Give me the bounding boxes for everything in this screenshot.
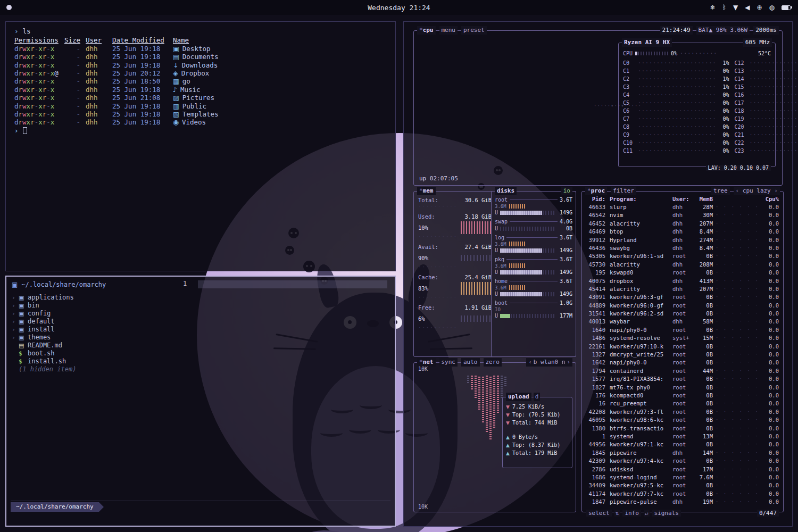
file-tree-item[interactable]: ›▣install — [12, 326, 389, 334]
update-interval[interactable]: 2000ms — [753, 26, 779, 35]
interface-selector[interactable]: b wlan0 n — [526, 358, 572, 367]
core-row: C20·····················0% — [734, 123, 798, 131]
cpu-total-percent: 0% — [671, 51, 677, 56]
tree-toggle[interactable]: tree — [711, 187, 730, 195]
filter-button[interactable]: filter — [611, 187, 636, 195]
net-upload-stats: ▲0 Byte/s▲Top: (8.37 Kib)▲Total: 179 MiB — [506, 433, 569, 457]
process-row[interactable]: 1686systemd-logindroot7.6M· · · · · · ·0… — [586, 473, 779, 481]
file-tree-item[interactable]: ›▣applications — [12, 294, 389, 302]
process-row[interactable]: 1640napi/phy0-0root0B· · · · · · ·0.0 — [586, 326, 779, 334]
process-row[interactable]: 176kcompactd0root0B· · · · · · ·0.0 — [586, 392, 779, 400]
file-tree-item[interactable]: ›▣default — [12, 318, 389, 326]
file-tree-item[interactable]: ›▣bin — [12, 302, 389, 310]
process-row[interactable]: 1845pipewiredhh14M· · · · · · ·0.0 — [586, 449, 779, 457]
process-row[interactable]: 34409kworker/u97:5-kcroot0B· · · · · · ·… — [586, 481, 779, 489]
col-header-pid[interactable]: Pid: — [586, 196, 605, 202]
col-header-cpu[interactable]: Cpu% — [763, 196, 779, 202]
mem-stat: Total:30.6 GiB — [418, 197, 492, 209]
col-header-mem[interactable]: MemB — [695, 196, 713, 202]
process-row[interactable]: 1577irq/81-PIXA3854:root0B· · · · · · ·0… — [586, 375, 779, 383]
process-row[interactable]: 1327dmcrypt_write/25root0B· · · · · · ·0… — [586, 351, 779, 359]
mem-meter — [461, 315, 492, 322]
process-row[interactable]: 45414alacrittydhh207M· · · · · · ·0.0 — [586, 285, 779, 293]
mem-stat: Free:1.91 GiB6% — [418, 304, 492, 330]
zero-button[interactable]: zero — [484, 358, 502, 367]
file-tree-item[interactable]: ›▣themes — [12, 334, 389, 342]
wifi-icon[interactable]: ▼ — [733, 4, 738, 11]
col-header-user[interactable]: User: — [672, 196, 695, 202]
process-row[interactable]: 39912Hyprlanddhh274M· · · · · · ·0.0 — [586, 236, 779, 244]
network-icon[interactable]: ⊕ — [757, 4, 762, 11]
process-row[interactable]: 195kswapd0root0B· · · · · · ·0.0 — [586, 269, 779, 277]
file-manager-window[interactable]: ▣ ~/.local/share/omarchy 1 ›▣application… — [5, 276, 396, 527]
process-row[interactable]: 1380btrfs-transactioroot0B· · · · · · ·0… — [586, 425, 779, 433]
file-name-cell: ▦go — [173, 77, 190, 85]
process-row[interactable]: 43091kworker/u96:3-gfroot0B· · · · · · ·… — [586, 293, 779, 301]
process-row[interactable]: 1systemdroot13M· · · · · · ·0.0 — [586, 433, 779, 440]
net-stat-line: ▲Top: (8.37 Kib) — [506, 441, 569, 449]
net-graph-column — [489, 376, 492, 439]
preset-button[interactable]: preset — [461, 26, 487, 35]
info-button[interactable]: info — [622, 510, 641, 517]
chevron-icon: › — [12, 334, 19, 342]
process-row[interactable]: 22161kworker/u97:10-kroot0B· · · · · · ·… — [586, 343, 779, 351]
vpn-icon[interactable]: ❄ — [710, 4, 716, 11]
process-row[interactable]: 46095kworker/u98:6-kcroot0B· · · · · · ·… — [586, 416, 779, 424]
process-row[interactable]: 42208kworker/u97:3-flroot0B· · · · · · ·… — [586, 408, 779, 416]
battery-icon[interactable] — [782, 5, 791, 10]
file-tree-item[interactable]: $boot.sh — [12, 350, 389, 358]
io-toggle[interactable]: io — [561, 187, 572, 195]
uptime: up 02:07:05 — [419, 175, 458, 182]
process-row[interactable]: 40075dropboxdhh413M· · · · · · ·0.0 — [586, 277, 779, 285]
process-row[interactable]: 46452alacrittydhh207M· · · · · · ·0.0 — [586, 220, 779, 228]
permissions-cell: drwxr-xr-x — [14, 102, 61, 110]
process-row[interactable]: 16rcu_preemptroot0B· · · · · · ·0.0 — [586, 400, 779, 408]
bluetooth-icon[interactable]: ᛒ — [722, 4, 726, 11]
process-row[interactable]: 41174kworker/u97:7-kcroot0B· · · · · · ·… — [586, 490, 779, 498]
sort-selector[interactable]: cpu lazy — [734, 187, 780, 195]
process-row[interactable]: 45730alacrittydhh208M· · · · · · ·0.0 — [586, 261, 779, 269]
process-row[interactable]: 40013waybardhh58M· · · · · · ·0.0 — [586, 318, 779, 326]
process-row[interactable]: 46542nvimdhh30M· · · · · · ·0.0 — [586, 211, 779, 219]
file-tree-item[interactable]: $install.sh — [12, 358, 389, 365]
process-row[interactable]: 46469btopdhh8.4M· · · · · · ·0.0 — [586, 228, 779, 236]
core-row: C7·····················0% — [623, 115, 729, 123]
download-arrow-icon: ▼ — [506, 404, 510, 410]
size-cell: - — [61, 86, 80, 94]
ls-row: drwxr-xr-x-dhh25 Jun 19:18▤Documents — [14, 53, 387, 61]
process-row[interactable]: 44956kworker/u97:1-kcroot0B· · · · · · ·… — [586, 440, 779, 448]
process-row[interactable]: 46633slurpdhh28M· · · · · · ·0.0 — [586, 203, 779, 211]
terminal-window[interactable]: › ls Permissions Size User Date Modified… — [5, 21, 396, 271]
process-row[interactable]: 45305kworker/u96:1-sdroot0B· · · · · · ·… — [586, 252, 779, 260]
statusbar: ~/.local/share/omarchy — [11, 502, 104, 512]
downloads-folder-icon: ↓ — [173, 61, 178, 69]
process-row[interactable]: 44889kworker/u96:0-gfroot0B· · · · · · ·… — [586, 302, 779, 310]
process-row[interactable]: 42309kworker/u97:4-kcroot0B· · · · · · ·… — [586, 457, 779, 465]
process-row[interactable]: 1847pipewire-pulsedhh19M· · · · · · ·0.0 — [586, 498, 779, 506]
net-direction-toggle[interactable]: d — [534, 393, 541, 401]
file-tree-label: bin — [28, 302, 39, 310]
col-header-program[interactable]: Program: — [610, 196, 672, 202]
signals-button[interactable]: signals — [652, 510, 681, 517]
select-button[interactable]: select — [586, 510, 612, 517]
sync-button[interactable]: sync — [439, 358, 458, 367]
process-row[interactable]: 46436swaybgdhh8.4M· · · · · · ·0.0 — [586, 244, 779, 252]
file-tree-item[interactable]: ›▣config — [12, 310, 389, 318]
process-row[interactable]: 1794containerdroot44M· · · · · · ·0.0 — [586, 367, 779, 375]
auto-button[interactable]: auto — [461, 358, 480, 367]
account-icon[interactable]: ◍ — [769, 4, 775, 11]
process-row[interactable]: 2786udisksdroot17M· · · · · · ·0.0 — [586, 466, 779, 473]
process-row[interactable]: 31541kworker/u96:2-sdroot0B· · · · · · ·… — [586, 310, 779, 318]
permissions-cell: drwxr-xr-x — [14, 86, 61, 94]
disk-used-meter — [500, 248, 555, 253]
process-row[interactable]: 1827mt76-tx phy0root0B· · · · · · ·0.0 — [586, 384, 779, 392]
menu-button[interactable]: menu — [439, 26, 458, 35]
volume-icon[interactable]: ◀ — [745, 4, 750, 11]
mem-stats: Total:30.6 GiBUsed:3.18 GiB10%Avail:27.4… — [418, 197, 492, 335]
terminal-cursor[interactable] — [23, 127, 27, 134]
disk-io-graph — [509, 285, 526, 290]
process-row[interactable]: 1642napi/phy0-0root0B· · · · · · ·0.0 — [586, 359, 779, 367]
net-stat-line: ▼7.25 KiB/s — [506, 403, 569, 411]
file-tree-item[interactable]: ▤README.md — [12, 342, 389, 350]
process-row[interactable]: 1486systemd-resolvesyst+15M· · · · · · ·… — [586, 334, 779, 342]
